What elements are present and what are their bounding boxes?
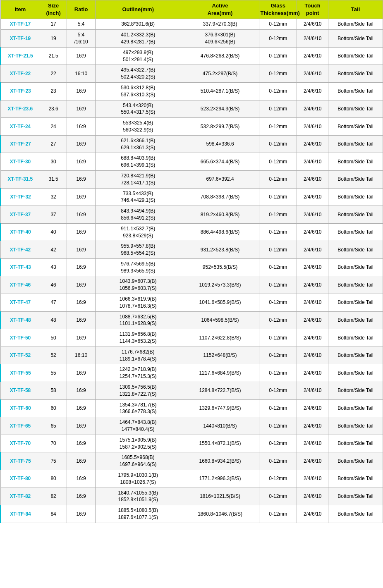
cell-item: XT-TF-46	[1, 276, 40, 294]
cell-item: XT-TF-42	[1, 241, 40, 259]
cell-outline: 1131.9×656.8(B)1144.3×653.2(S)	[95, 329, 181, 347]
cell-touch: 2/4/6/10	[297, 170, 328, 188]
table-row: XT-TF-272716:9621.6×366.1(B)629.1×361.3(…	[1, 135, 383, 153]
cell-tail: Bottom/Side Tail	[328, 399, 383, 417]
cell-ratio: 16:9	[67, 188, 96, 206]
cell-active: 1660.8×934.2(B/S)	[181, 452, 259, 470]
cell-touch: 2/4/6/10	[297, 347, 328, 364]
cell-item: XT-TF-60	[1, 399, 40, 417]
cell-ratio: 16:9	[67, 505, 96, 523]
cell-active: 931.2×523.8(B/S)	[181, 241, 259, 259]
cell-item: XT-TF-19	[1, 30, 40, 48]
cell-ratio: 16:9	[67, 47, 96, 65]
cell-glass: 0-12mm	[259, 65, 297, 83]
table-row: XT-TF-404016:9911.1×532.7(B)923.8×529(S)…	[1, 223, 383, 241]
cell-glass: 0-12mm	[259, 294, 297, 312]
cell-ratio: 16:9	[67, 364, 96, 382]
cell-ratio: 16:9	[67, 82, 96, 100]
cell-tail: Bottom/Side Tail	[328, 82, 383, 100]
header-outline: Outline(mm)	[95, 0, 181, 19]
cell-size: 46	[40, 276, 67, 294]
cell-item: XT-TF-82	[1, 488, 40, 505]
cell-tail: Bottom/Side Tail	[328, 206, 383, 224]
cell-tail: Bottom/Side Tail	[328, 294, 383, 312]
cell-outline: 733.5×433(B)746.4×429.1(S)	[95, 188, 181, 206]
cell-tail: Bottom/Side Tail	[328, 470, 383, 488]
table-row: XT-TF-19195:4/16:10401.2×332.3(B)429.8×2…	[1, 30, 383, 48]
cell-tail: Bottom/Side Tail	[328, 241, 383, 259]
cell-glass: 0-12mm	[259, 452, 297, 470]
table-row: XT-TF-707016:91575.1×905.9(B)1587.2×902.…	[1, 435, 383, 452]
header-touch: Touchpoint	[297, 0, 328, 19]
table-row: XT-TF-585816:91309.5×756.5(B)1321.8×722.…	[1, 382, 383, 400]
table-row: XT-TF-424216:9955.9×557.8(B)968.5×554.2(…	[1, 241, 383, 259]
cell-outline: 621.6×366.1(B)629.1×361.3(S)	[95, 135, 181, 153]
cell-glass: 0-12mm	[259, 30, 297, 48]
cell-ratio: 16:9	[67, 223, 96, 241]
cell-active: 1771.2×996.3(B/S)	[181, 470, 259, 488]
cell-item: XT-TF-21.5	[1, 47, 40, 65]
cell-active: 1064×598.5(B/S)	[181, 311, 259, 329]
cell-glass: 0-12mm	[259, 399, 297, 417]
cell-touch: 2/4/6/10	[297, 100, 328, 118]
cell-tail: Bottom/Side Tail	[328, 505, 383, 523]
cell-touch: 2/4/6/10	[297, 153, 328, 171]
table-row: XT-TF-656516:91464.7×843.8(B)1477×840.4(…	[1, 417, 383, 435]
cell-active: 1860.8×1046.7(B/S)	[181, 505, 259, 523]
cell-active: 1550.4×872.1(B/S)	[181, 435, 259, 452]
cell-outline: 976.7×569.5(B)989.3×565.9(S)	[95, 258, 181, 276]
cell-item: XT-TF-65	[1, 417, 40, 435]
cell-touch: 2/4/6/10	[297, 135, 328, 153]
cell-size: 31.5	[40, 170, 67, 188]
cell-tail: Bottom/Side Tail	[328, 364, 383, 382]
cell-outline: 1242.3×718.9(B)1254.7×715.3(S)	[95, 364, 181, 382]
header-item: Item	[1, 0, 40, 19]
cell-touch: 2/4/6/10	[297, 470, 328, 488]
cell-outline: 1464.7×843.8(B)1477×840.4(S)	[95, 417, 181, 435]
cell-touch: 2/4/6/10	[297, 82, 328, 100]
cell-size: 48	[40, 311, 67, 329]
table-row: XT-TF-555516:91242.3×718.9(B)1254.7×715.…	[1, 364, 383, 382]
cell-active: 1284.8×722.7(B/S)	[181, 382, 259, 400]
cell-glass: 0-12mm	[259, 100, 297, 118]
header-ratio: Ratio	[67, 0, 96, 19]
cell-item: XT-TF-37	[1, 206, 40, 224]
cell-touch: 2/4/6/10	[297, 19, 328, 30]
cell-active: 819.2×460.8(B/S)	[181, 206, 259, 224]
cell-active: 886.4×498.6(B/S)	[181, 223, 259, 241]
cell-item: XT-TF-48	[1, 311, 40, 329]
cell-glass: 0-12mm	[259, 276, 297, 294]
table-row: XT-TF-222216:10495.4×322.7(B)502.4×320.2…	[1, 65, 383, 83]
cell-glass: 0-12mm	[259, 19, 297, 30]
cell-outline: 1840.7×1055.3(B)1852.8×1051.9(S)	[95, 488, 181, 505]
cell-size: 23	[40, 82, 67, 100]
cell-size: 65	[40, 417, 67, 435]
table-row: XT-TF-757516:91685.5×968(B)1697.6×964.6(…	[1, 452, 383, 470]
cell-size: 47	[40, 294, 67, 312]
cell-outline: 1354.3×781.7(B)1366.6×778.3(S)	[95, 399, 181, 417]
cell-active: 1107.2×622.8(B/S)	[181, 329, 259, 347]
cell-touch: 2/4/6/10	[297, 382, 328, 400]
cell-touch: 2/4/6/10	[297, 188, 328, 206]
table-row: XT-TF-484816:91088.7×632.5(B)1101.1×628.…	[1, 311, 383, 329]
cell-tail: Bottom/Side Tail	[328, 65, 383, 83]
cell-touch: 2/4/6/10	[297, 452, 328, 470]
cell-outline: 1176.7×682(B)1189.1×678.4(S)	[95, 347, 181, 364]
table-row: XT-TF-434316:9976.7×569.5(B)989.3×565.9(…	[1, 258, 383, 276]
cell-tail: Bottom/Side Tail	[328, 311, 383, 329]
cell-ratio: 16:9	[67, 452, 96, 470]
cell-outline: 1575.1×905.9(B)1587.2×902.5(S)	[95, 435, 181, 452]
cell-active: 1329.6×747.9(B/S)	[181, 399, 259, 417]
cell-ratio: 16:9	[67, 417, 96, 435]
cell-ratio: 16:9	[67, 488, 96, 505]
cell-active: 1816×1021.5(B/S)	[181, 488, 259, 505]
cell-ratio: 16:9	[67, 135, 96, 153]
cell-tail: Bottom/Side Tail	[328, 329, 383, 347]
cell-item: XT-TF-50	[1, 329, 40, 347]
header-tail: Tail	[328, 0, 383, 19]
cell-outline: 530.6×312.8(B)537.6×310.3(S)	[95, 82, 181, 100]
cell-ratio: 16:9	[67, 258, 96, 276]
cell-size: 19	[40, 30, 67, 48]
cell-touch: 2/4/6/10	[297, 329, 328, 347]
cell-touch: 2/4/6/10	[297, 488, 328, 505]
